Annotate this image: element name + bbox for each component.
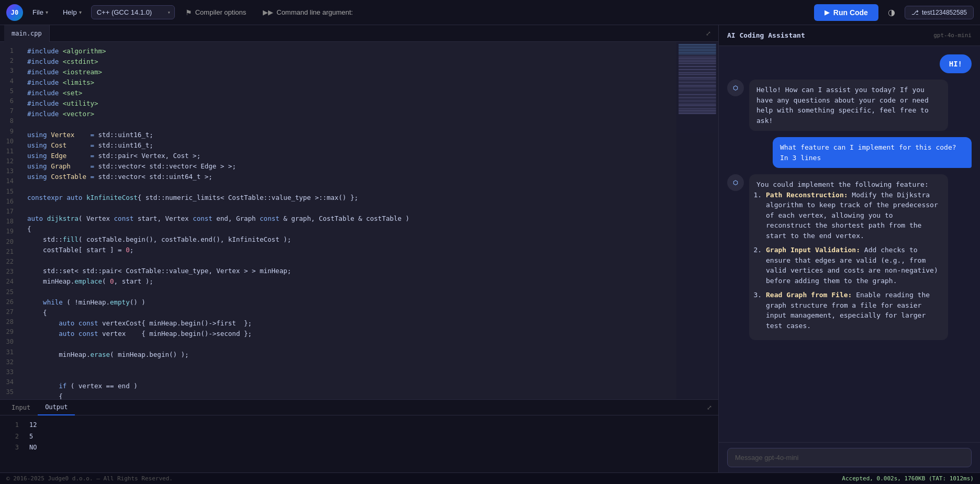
- theme-toggle-button[interactable]: ◑: [883, 4, 900, 20]
- output-value-3: NO: [29, 442, 37, 454]
- output-line-num-2: 2: [8, 431, 19, 443]
- ai-feature-1-title: Path Reconstruction:: [766, 191, 848, 199]
- ai-message-input[interactable]: [727, 448, 972, 467]
- run-label: Run Code: [833, 8, 868, 17]
- minimap: [676, 42, 718, 399]
- output-tab-bar: Input Output ⤢: [0, 400, 718, 415]
- ai-feature-2-title: Graph Input Validation:: [766, 246, 860, 254]
- command-line-button[interactable]: ▶▶ Command line argument:: [257, 5, 359, 19]
- minimap-content: [676, 42, 718, 116]
- output-line-num-3: 3: [8, 442, 19, 454]
- input-tab[interactable]: Input: [4, 400, 38, 415]
- ai-features-list: Path Reconstruction: Modify the Dijkstra…: [756, 190, 941, 331]
- ai-feature-2: Graph Input Validation: Add checks to en…: [766, 245, 941, 286]
- compiler-options-button[interactable]: ⚑ Compiler options: [179, 5, 253, 20]
- file-label: File: [32, 8, 43, 16]
- terminal-icon: ▶▶: [263, 8, 273, 16]
- command-line-label: Command line argument:: [276, 8, 353, 16]
- ai-chat-area: HI! ⬡ Hello! How can I assist you today?…: [719, 46, 980, 442]
- editor-tab-main[interactable]: main.cpp: [4, 25, 50, 42]
- chat-row-hi: HI!: [727, 54, 972, 73]
- ai-panel-title: AI Coding Assistant: [727, 31, 933, 39]
- output-panel: Input Output ⤢ 1 12 2 5 3 NO: [0, 399, 718, 472]
- ai-input-area: [719, 442, 980, 472]
- ai-feature-3-title: Read Graph from File:: [766, 291, 852, 299]
- editor-tab-bar: main.cpp ⤢: [0, 25, 718, 42]
- ai-feature-1: Path Reconstruction: Modify the Dijkstra…: [766, 190, 941, 241]
- output-tab[interactable]: Output: [38, 400, 75, 415]
- help-label: Help: [63, 8, 77, 16]
- help-menu[interactable]: Help ▾: [58, 5, 87, 19]
- logo: J0: [6, 4, 23, 21]
- output-body: 1 12 2 5 3 NO: [0, 415, 718, 472]
- user-menu-button[interactable]: ⎇ test1234852585: [905, 6, 974, 19]
- copyright-text: © 2016-2025 Judge0 d.o.o. – All Rights R…: [6, 475, 842, 482]
- file-chevron-icon: ▾: [46, 9, 48, 15]
- output-row-2: 2 5: [8, 431, 710, 443]
- output-value-2: 5: [29, 431, 33, 443]
- theme-icon: ◑: [888, 8, 895, 17]
- input-tab-label: Input: [12, 404, 30, 411]
- maximize-output-button[interactable]: ⤢: [705, 402, 714, 413]
- compiler-options-label: Compiler options: [195, 8, 247, 16]
- run-code-button[interactable]: ▶ Run Code: [814, 4, 878, 21]
- file-menu[interactable]: File ▾: [27, 5, 53, 19]
- chat-row-ai-response: ⬡ You could implement the following feat…: [727, 174, 972, 340]
- status-text: Accepted, 0.002s, 1760KB (TAT: 1012ms): [842, 475, 974, 482]
- play-icon: ▶: [825, 9, 829, 16]
- status-bar: © 2016-2025 Judge0 d.o.o. – All Rights R…: [0, 472, 980, 484]
- output-row-3: 3 NO: [8, 442, 710, 454]
- output-value-1: 12: [29, 420, 37, 431]
- maximize-editor-button[interactable]: ⤢: [703, 28, 714, 39]
- ai-icon-1: ⬡: [733, 85, 738, 92]
- language-select[interactable]: C++ (GCC 14.1.0): [91, 5, 175, 19]
- editor-tab-label: main.cpp: [12, 30, 42, 37]
- ai-model-label: gpt-4o-mini: [933, 32, 972, 39]
- ai-feature-3: Read Graph from File: Enable reading the…: [766, 290, 941, 331]
- output-row-1: 1 12: [8, 420, 710, 431]
- ai-icon-2: ⬡: [733, 179, 738, 186]
- username-label: test1234852585: [922, 9, 967, 16]
- user-question-bubble: What feature can I implement for this co…: [773, 137, 972, 168]
- chat-row-user-question: What feature can I implement for this co…: [727, 137, 972, 168]
- ai-greeting-bubble: Hello! How can I assist you today? If yo…: [749, 80, 948, 131]
- ai-header: AI Coding Assistant gpt-4o-mini: [719, 25, 980, 46]
- flag-icon: ⚑: [185, 8, 192, 17]
- ai-response-intro: You could implement the following featur…: [756, 181, 929, 188]
- chat-row-greeting: ⬡ Hello! How can I assist you today? If …: [727, 80, 972, 131]
- help-chevron-icon: ▾: [79, 9, 82, 15]
- ai-response-bubble: You could implement the following featur…: [749, 174, 948, 340]
- output-tab-label: Output: [45, 403, 68, 411]
- hi-message-bubble: HI!: [940, 54, 972, 73]
- git-icon: ⎇: [911, 9, 919, 16]
- code-editor[interactable]: #include <algorithm> #include <cstdint> …: [21, 42, 676, 399]
- navbar: J0 File ▾ Help ▾ C++ (GCC 14.1.0) ▾ ⚑ Co…: [0, 0, 980, 25]
- ai-panel: AI Coding Assistant gpt-4o-mini HI! ⬡ He…: [718, 25, 980, 472]
- main-area: main.cpp ⤢ 12345 678910 1112131415 16171…: [0, 25, 980, 472]
- greeting-text: Hello! How can I assist you today? If yo…: [756, 86, 929, 125]
- ai-avatar-2: ⬡: [727, 174, 744, 191]
- editor-panel: main.cpp ⤢ 12345 678910 1112131415 16171…: [0, 25, 718, 472]
- ai-avatar-1: ⬡: [727, 80, 744, 96]
- line-numbers: 12345 678910 1112131415 1617181920 21222…: [0, 42, 21, 399]
- editor-body: 12345 678910 1112131415 1617181920 21222…: [0, 42, 718, 399]
- language-selector-wrapper: C++ (GCC 14.1.0) ▾: [91, 5, 175, 19]
- output-line-num-1: 1: [8, 420, 19, 431]
